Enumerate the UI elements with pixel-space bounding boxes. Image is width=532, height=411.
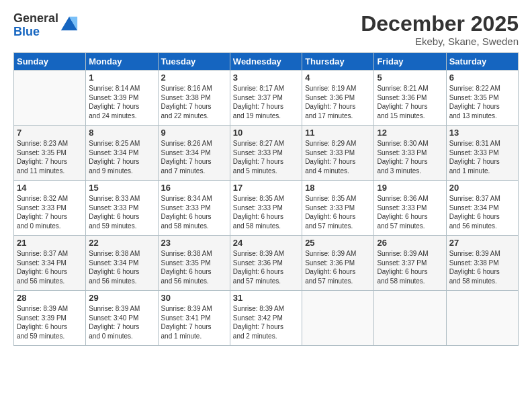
- day-number: 5: [377, 73, 443, 83]
- calendar-cell: 24Sunrise: 8:39 AM Sunset: 3:36 PM Dayli…: [230, 236, 302, 291]
- day-number: 11: [305, 128, 371, 138]
- calendar-cell: [302, 291, 374, 346]
- day-number: 15: [89, 183, 154, 193]
- calendar-cell: 13Sunrise: 8:31 AM Sunset: 3:33 PM Dayli…: [446, 126, 518, 181]
- calendar-cell: 17Sunrise: 8:35 AM Sunset: 3:33 PM Dayli…: [230, 181, 302, 236]
- calendar-cell: 1Sunrise: 8:14 AM Sunset: 3:39 PM Daylig…: [86, 71, 158, 126]
- calendar-week-4: 21Sunrise: 8:37 AM Sunset: 3:34 PM Dayli…: [14, 236, 519, 291]
- calendar-cell: 18Sunrise: 8:35 AM Sunset: 3:33 PM Dayli…: [302, 181, 374, 236]
- day-number: 24: [233, 238, 299, 248]
- header-row: SundayMondayTuesdayWednesdayThursdayFrid…: [14, 53, 519, 71]
- col-header-saturday: Saturday: [446, 53, 518, 71]
- day-number: 7: [17, 128, 83, 138]
- col-header-monday: Monday: [86, 53, 158, 71]
- day-number: 27: [449, 238, 515, 248]
- logo-icon: [60, 14, 79, 33]
- day-number: 3: [233, 73, 299, 83]
- day-number: 28: [17, 293, 83, 303]
- day-number: 25: [305, 238, 371, 248]
- calendar-cell: 28Sunrise: 8:39 AM Sunset: 3:39 PM Dayli…: [14, 291, 86, 346]
- cell-info: Sunrise: 8:34 AM Sunset: 3:33 PM Dayligh…: [161, 194, 227, 230]
- calendar-cell: [14, 71, 86, 126]
- cell-info: Sunrise: 8:23 AM Sunset: 3:35 PM Dayligh…: [17, 139, 83, 175]
- day-number: 6: [449, 73, 515, 83]
- calendar-cell: 22Sunrise: 8:38 AM Sunset: 3:34 PM Dayli…: [86, 236, 158, 291]
- calendar-cell: 11Sunrise: 8:29 AM Sunset: 3:33 PM Dayli…: [302, 126, 374, 181]
- cell-info: Sunrise: 8:39 AM Sunset: 3:42 PM Dayligh…: [233, 304, 299, 340]
- cell-info: Sunrise: 8:31 AM Sunset: 3:33 PM Dayligh…: [449, 139, 515, 175]
- cell-info: Sunrise: 8:35 AM Sunset: 3:33 PM Dayligh…: [233, 194, 299, 230]
- calendar-week-1: 1Sunrise: 8:14 AM Sunset: 3:39 PM Daylig…: [14, 71, 519, 126]
- calendar-cell: 23Sunrise: 8:38 AM Sunset: 3:35 PM Dayli…: [158, 236, 230, 291]
- day-number: 13: [449, 128, 515, 138]
- day-number: 31: [233, 293, 299, 303]
- calendar-cell: 21Sunrise: 8:37 AM Sunset: 3:34 PM Dayli…: [14, 236, 86, 291]
- calendar-cell: 15Sunrise: 8:33 AM Sunset: 3:33 PM Dayli…: [86, 181, 158, 236]
- cell-info: Sunrise: 8:21 AM Sunset: 3:36 PM Dayligh…: [377, 84, 443, 120]
- day-number: 21: [17, 238, 83, 248]
- cell-info: Sunrise: 8:17 AM Sunset: 3:37 PM Dayligh…: [233, 84, 299, 120]
- col-header-sunday: Sunday: [14, 53, 86, 71]
- day-number: 23: [161, 238, 227, 248]
- logo-blue-text: Blue: [13, 26, 58, 39]
- cell-info: Sunrise: 8:19 AM Sunset: 3:36 PM Dayligh…: [305, 84, 371, 120]
- calendar-cell: 4Sunrise: 8:19 AM Sunset: 3:36 PM Daylig…: [302, 71, 374, 126]
- cell-info: Sunrise: 8:38 AM Sunset: 3:35 PM Dayligh…: [161, 249, 227, 285]
- logo: General Blue: [13, 12, 79, 39]
- location-title: Ekeby, Skane, Sweden: [361, 36, 519, 47]
- calendar-cell: 8Sunrise: 8:25 AM Sunset: 3:34 PM Daylig…: [86, 126, 158, 181]
- cell-info: Sunrise: 8:39 AM Sunset: 3:37 PM Dayligh…: [377, 249, 443, 285]
- calendar-cell: [446, 291, 518, 346]
- calendar-cell: 19Sunrise: 8:36 AM Sunset: 3:33 PM Dayli…: [374, 181, 446, 236]
- day-number: 20: [449, 183, 515, 193]
- day-number: 2: [161, 73, 227, 83]
- calendar-week-2: 7Sunrise: 8:23 AM Sunset: 3:35 PM Daylig…: [14, 126, 519, 181]
- day-number: 4: [305, 73, 371, 83]
- day-number: 10: [233, 128, 299, 138]
- cell-info: Sunrise: 8:26 AM Sunset: 3:34 PM Dayligh…: [161, 139, 227, 175]
- cell-info: Sunrise: 8:14 AM Sunset: 3:39 PM Dayligh…: [89, 84, 154, 120]
- day-number: 8: [89, 128, 154, 138]
- calendar-cell: [374, 291, 446, 346]
- calendar-cell: 31Sunrise: 8:39 AM Sunset: 3:42 PM Dayli…: [230, 291, 302, 346]
- calendar-cell: 16Sunrise: 8:34 AM Sunset: 3:33 PM Dayli…: [158, 181, 230, 236]
- cell-info: Sunrise: 8:37 AM Sunset: 3:34 PM Dayligh…: [17, 249, 83, 285]
- day-number: 26: [377, 238, 443, 248]
- calendar-cell: 20Sunrise: 8:37 AM Sunset: 3:34 PM Dayli…: [446, 181, 518, 236]
- cell-info: Sunrise: 8:39 AM Sunset: 3:41 PM Dayligh…: [161, 304, 227, 340]
- cell-info: Sunrise: 8:32 AM Sunset: 3:33 PM Dayligh…: [17, 194, 83, 230]
- cell-info: Sunrise: 8:39 AM Sunset: 3:40 PM Dayligh…: [89, 304, 154, 340]
- col-header-tuesday: Tuesday: [158, 53, 230, 71]
- cell-info: Sunrise: 8:36 AM Sunset: 3:33 PM Dayligh…: [377, 194, 443, 230]
- day-number: 30: [161, 293, 227, 303]
- calendar-table: SundayMondayTuesdayWednesdayThursdayFrid…: [13, 52, 519, 346]
- cell-info: Sunrise: 8:30 AM Sunset: 3:33 PM Dayligh…: [377, 139, 443, 175]
- title-block: December 2025 Ekeby, Skane, Sweden: [361, 12, 519, 47]
- cell-info: Sunrise: 8:38 AM Sunset: 3:34 PM Dayligh…: [89, 249, 154, 285]
- day-number: 19: [377, 183, 443, 193]
- calendar-cell: 5Sunrise: 8:21 AM Sunset: 3:36 PM Daylig…: [374, 71, 446, 126]
- page: General Blue December 2025 Ekeby, Skane,…: [0, 0, 532, 411]
- calendar-week-5: 28Sunrise: 8:39 AM Sunset: 3:39 PM Dayli…: [14, 291, 519, 346]
- calendar-cell: 2Sunrise: 8:16 AM Sunset: 3:38 PM Daylig…: [158, 71, 230, 126]
- calendar-cell: 10Sunrise: 8:27 AM Sunset: 3:33 PM Dayli…: [230, 126, 302, 181]
- day-number: 12: [377, 128, 443, 138]
- month-title: December 2025: [361, 12, 519, 36]
- logo-general-text: General: [13, 12, 58, 26]
- calendar-cell: 29Sunrise: 8:39 AM Sunset: 3:40 PM Dayli…: [86, 291, 158, 346]
- calendar-cell: 3Sunrise: 8:17 AM Sunset: 3:37 PM Daylig…: [230, 71, 302, 126]
- day-number: 16: [161, 183, 227, 193]
- day-number: 1: [89, 73, 154, 83]
- calendar-cell: 25Sunrise: 8:39 AM Sunset: 3:36 PM Dayli…: [302, 236, 374, 291]
- cell-info: Sunrise: 8:39 AM Sunset: 3:38 PM Dayligh…: [449, 249, 515, 285]
- cell-info: Sunrise: 8:33 AM Sunset: 3:33 PM Dayligh…: [89, 194, 154, 230]
- calendar-cell: 9Sunrise: 8:26 AM Sunset: 3:34 PM Daylig…: [158, 126, 230, 181]
- calendar-week-3: 14Sunrise: 8:32 AM Sunset: 3:33 PM Dayli…: [14, 181, 519, 236]
- cell-info: Sunrise: 8:25 AM Sunset: 3:34 PM Dayligh…: [89, 139, 154, 175]
- cell-info: Sunrise: 8:22 AM Sunset: 3:35 PM Dayligh…: [449, 84, 515, 120]
- cell-info: Sunrise: 8:35 AM Sunset: 3:33 PM Dayligh…: [305, 194, 371, 230]
- cell-info: Sunrise: 8:27 AM Sunset: 3:33 PM Dayligh…: [233, 139, 299, 175]
- calendar-cell: 14Sunrise: 8:32 AM Sunset: 3:33 PM Dayli…: [14, 181, 86, 236]
- calendar-cell: 6Sunrise: 8:22 AM Sunset: 3:35 PM Daylig…: [446, 71, 518, 126]
- col-header-thursday: Thursday: [302, 53, 374, 71]
